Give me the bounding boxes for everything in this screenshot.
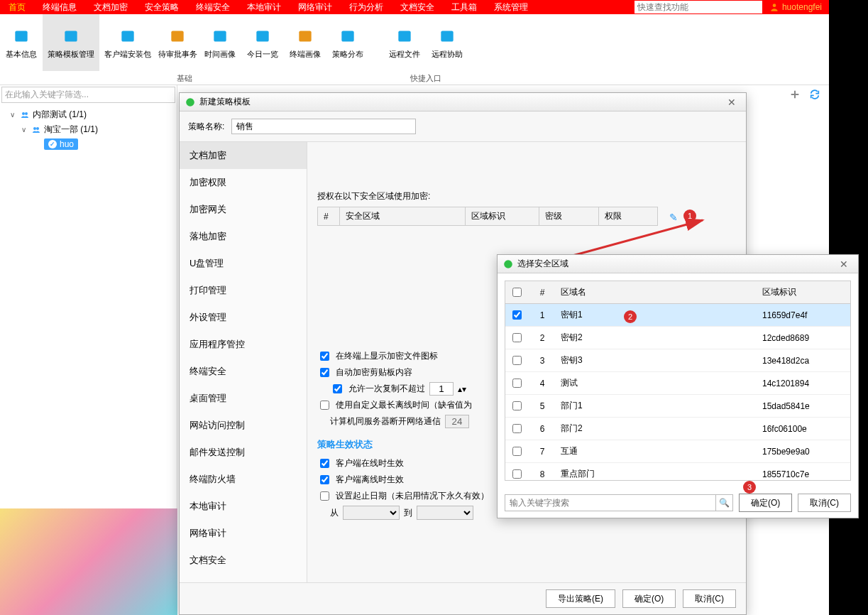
ribbon-icon (336, 26, 359, 46)
ok-button[interactable]: 确定(O) (739, 494, 792, 512)
menu-docsec[interactable]: 文档安全 (392, 0, 443, 14)
row-checkbox[interactable] (512, 356, 522, 365)
category-item[interactable]: 加密网关 (180, 196, 307, 223)
table-row[interactable]: 1 密钥1 11659d7e4f (505, 304, 850, 327)
ribbon-label: 今日一览 (247, 49, 278, 60)
svg-point-0 (773, 4, 776, 7)
ribbon-btn[interactable]: 策略模板管理 (43, 14, 99, 71)
category-item[interactable]: 网站访问控制 (180, 412, 307, 439)
svg-rect-7 (299, 31, 311, 41)
category-item[interactable]: 终端安全 (180, 358, 307, 385)
menu-behav[interactable]: 行为分析 (341, 0, 392, 14)
table-row[interactable]: 6 部门2 16fc06100e (505, 418, 850, 440)
table-row[interactable]: 8 重点部门 1855710c7e (505, 463, 850, 481)
table-row[interactable]: 5 部门1 15dad5841e (505, 395, 850, 418)
category-item[interactable]: 打印管理 (180, 277, 307, 304)
zone-search-input[interactable] (505, 494, 716, 511)
date-to[interactable] (417, 506, 473, 520)
menu-sysmgr[interactable]: 系统管理 (485, 0, 537, 14)
menu-toolbox[interactable]: 工具箱 (443, 0, 485, 14)
col-area[interactable]: 安全区域 (340, 207, 466, 226)
ok-button[interactable]: 确定(O) (622, 589, 676, 608)
ribbon-btn[interactable]: 时间画像 (199, 14, 241, 71)
category-item[interactable]: 文档加密 (180, 142, 307, 169)
category-item[interactable]: 审批流程 (180, 574, 307, 582)
col-name[interactable]: 区域名 (556, 281, 758, 304)
category-item[interactable]: U盘管理 (180, 250, 307, 277)
table-row[interactable]: 7 互通 175be9e9a0 (505, 440, 850, 463)
user-badge[interactable]: huotengfei (762, 2, 829, 12)
category-item[interactable]: 文档安全 (180, 547, 307, 574)
category-item[interactable]: 邮件发送控制 (180, 439, 307, 466)
ribbon-btn[interactable]: 基本信息 (0, 14, 43, 71)
date-from[interactable] (343, 506, 400, 520)
col-perm[interactable]: 权限 (598, 207, 657, 226)
ribbon-btn[interactable]: 今日一览 (241, 14, 284, 71)
row-num: 6 (528, 418, 556, 440)
svg-rect-2 (65, 31, 77, 41)
tree-filter[interactable]: 在此输入关键字筛选... (1, 87, 175, 103)
menu-secpol[interactable]: 安全策略 (136, 0, 187, 14)
ribbon-btn[interactable]: 客户端安装包 (99, 14, 156, 71)
zone-select-table: # 区域名 区域标识 1 密钥1 11659d7e4f 2 密钥2 12cded… (505, 281, 850, 481)
category-item[interactable]: 加密权限 (180, 169, 307, 196)
quick-search-input[interactable] (634, 1, 762, 13)
row-checkbox[interactable] (512, 424, 522, 433)
tree-leaf[interactable]: ✓huo (0, 137, 177, 151)
ribbon-btn[interactable]: 策略分布 (326, 14, 369, 71)
cancel-button[interactable]: 取消(C) (683, 589, 736, 608)
policy-name-input[interactable] (231, 119, 416, 134)
category-item[interactable]: 桌面管理 (180, 385, 307, 412)
category-item[interactable]: 网络审计 (180, 520, 307, 547)
ribbon-btn[interactable]: 远程协助 (426, 14, 468, 71)
col-level[interactable]: 密级 (539, 207, 598, 226)
edit-icon[interactable]: ✎ (669, 212, 678, 223)
refresh-icon[interactable] (809, 89, 820, 100)
col-num[interactable]: # (318, 207, 340, 226)
menu-terminfo[interactable]: 终端信息 (34, 0, 85, 14)
add-icon[interactable] (789, 89, 801, 100)
row-checkbox[interactable] (512, 310, 522, 320)
table-row[interactable]: 2 密钥2 12cded8689 (505, 327, 850, 349)
search-icon[interactable]: 🔍 (716, 494, 733, 511)
chevron-down-icon[interactable]: ∨ (21, 126, 28, 134)
row-name: 部门2 (556, 418, 758, 440)
ribbon-btn[interactable]: 远程文件 (383, 14, 426, 71)
row-checkbox[interactable] (512, 401, 522, 410)
close-icon[interactable]: ✕ (835, 258, 852, 270)
menu-docenc[interactable]: 文档加密 (85, 0, 136, 14)
row-id: 175be9e9a0 (758, 440, 850, 463)
col-check[interactable] (505, 281, 528, 304)
tree-root[interactable]: ∨ 内部测试 (1/1) (0, 107, 177, 122)
category-item[interactable]: 本地审计 (180, 493, 307, 520)
category-item[interactable]: 终端防火墙 (180, 466, 307, 493)
row-checkbox[interactable] (512, 333, 522, 342)
menu-home[interactable]: 首页 (0, 0, 34, 14)
category-item[interactable]: 落地加密 (180, 223, 307, 250)
category-item[interactable]: 应用程序管控 (180, 331, 307, 358)
menu-netaudit[interactable]: 网络审计 (290, 0, 341, 14)
ribbon-group2-label: 快捷入口 (383, 71, 468, 85)
chevron-down-icon[interactable]: ∨ (10, 111, 17, 119)
ribbon-btn[interactable]: 待审批事务 (156, 14, 199, 71)
cancel-button[interactable]: 取消(C) (798, 494, 851, 512)
row-checkbox[interactable] (512, 379, 522, 388)
menu-localaudit[interactable]: 本地审计 (238, 0, 290, 14)
col-id[interactable]: 区域标识 (758, 281, 850, 304)
close-icon[interactable]: ✕ (723, 97, 740, 108)
row-checkbox[interactable] (512, 447, 522, 456)
tree-child[interactable]: ∨ 淘宝一部 (1/1) (0, 122, 177, 137)
col-id[interactable]: 区域标识 (466, 207, 539, 226)
col-num[interactable]: # (528, 281, 556, 304)
menu-termsec[interactable]: 终端安全 (187, 0, 238, 14)
export-button[interactable]: 导出策略(E) (546, 589, 615, 608)
copy-limit-input[interactable] (429, 382, 454, 396)
row-checkbox[interactable] (512, 469, 522, 479)
category-item[interactable]: 外设管理 (180, 304, 307, 331)
ribbon-btn[interactable]: 终端画像 (284, 14, 326, 71)
table-row[interactable]: 3 密钥3 13e418d2ca (505, 349, 850, 372)
row-id: 13e418d2ca (758, 349, 850, 372)
select-all-checkbox[interactable] (512, 288, 522, 297)
table-row[interactable]: 4 测试 14c1201894 (505, 372, 850, 395)
spinner-icon[interactable]: ▴▾ (458, 384, 466, 394)
